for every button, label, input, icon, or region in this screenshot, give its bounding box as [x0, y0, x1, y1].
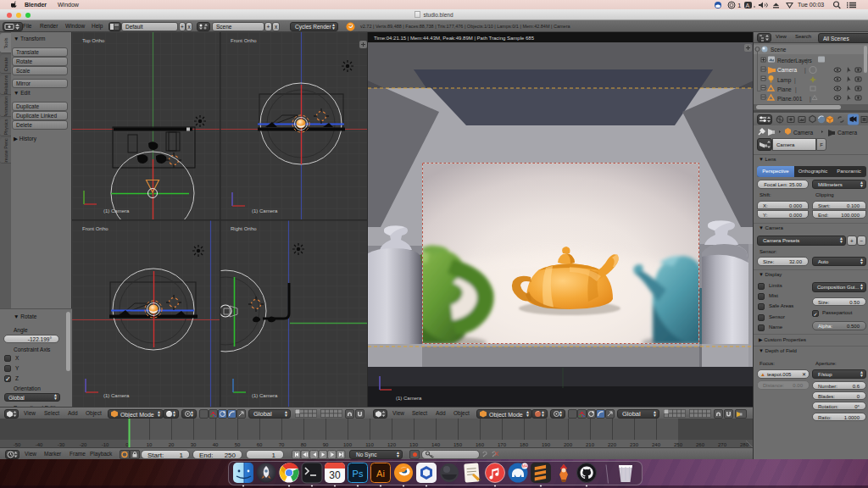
svg-text:90: 90	[323, 442, 329, 447]
svg-text:Ai: Ai	[376, 469, 385, 479]
svg-text:Lamp: Lamp	[777, 77, 792, 84]
svg-text:Top Ortho: Top Ortho	[82, 38, 105, 43]
svg-text:40: 40	[213, 442, 219, 447]
svg-text:30: 30	[329, 469, 341, 481]
svg-text:-50: -50	[14, 442, 21, 447]
svg-text:Plane: Plane	[777, 86, 792, 92]
svg-text:10: 10	[147, 442, 153, 447]
svg-text:Plane.001: Plane.001	[777, 96, 803, 102]
svg-text:180: 180	[520, 442, 529, 447]
svg-text:210: 210	[586, 442, 595, 447]
svg-text:50: 50	[235, 442, 241, 447]
svg-text:200: 200	[564, 442, 573, 447]
svg-text:100: 100	[343, 442, 353, 447]
svg-text:Front Ortho: Front Ortho	[231, 38, 257, 43]
svg-text:160: 160	[476, 442, 485, 447]
svg-text:220: 220	[608, 442, 617, 447]
svg-text:230: 230	[630, 442, 639, 447]
svg-text:A: A	[746, 3, 750, 8]
svg-text:(1) Camera: (1) Camera	[252, 393, 278, 398]
svg-text:-10: -10	[102, 442, 109, 447]
svg-text:Camera: Camera	[837, 130, 858, 136]
svg-text:Ps: Ps	[353, 469, 364, 479]
svg-text:1: 1	[737, 2, 742, 9]
svg-text:Camera: Camera	[777, 67, 798, 73]
svg-text:Camera: Camera	[793, 130, 814, 136]
svg-text:130: 130	[409, 442, 419, 447]
svg-text:20: 20	[169, 442, 175, 447]
svg-text:270: 270	[718, 442, 727, 447]
svg-text:-20: -20	[80, 442, 87, 447]
svg-text:-40: -40	[36, 442, 43, 447]
svg-text:(1) Camera: (1) Camera	[103, 393, 130, 398]
svg-text:Time:04:21.15 | Mem:44.43M, Pe: Time:04:21.15 | Mem:44.43M, Peak:49.89M …	[374, 36, 535, 41]
svg-text:(1) Camera: (1) Camera	[103, 208, 130, 214]
svg-text:Front Ortho: Front Ortho	[82, 226, 108, 231]
svg-text:|: |	[794, 77, 796, 84]
svg-text:-30: -30	[58, 442, 65, 447]
svg-text:Right Ortho: Right Ortho	[231, 226, 257, 231]
svg-text:|: |	[804, 67, 806, 74]
svg-text:|: |	[795, 86, 797, 93]
svg-text:70: 70	[279, 442, 285, 447]
svg-text:|: |	[810, 96, 811, 103]
svg-text:(1) Camera: (1) Camera	[396, 396, 422, 401]
svg-text:30: 30	[191, 442, 197, 447]
svg-text:250: 250	[674, 442, 683, 447]
svg-text:60: 60	[257, 442, 263, 447]
svg-text:110: 110	[365, 442, 374, 447]
svg-text:|: |	[806, 58, 808, 64]
svg-text:(1) Camera: (1) Camera	[252, 208, 278, 214]
svg-text:Scene: Scene	[771, 47, 787, 53]
svg-text:150: 150	[453, 442, 463, 447]
svg-text:MA: MA	[522, 464, 528, 469]
svg-text:140: 140	[431, 442, 441, 447]
svg-text:170: 170	[498, 442, 507, 447]
svg-text:240: 240	[652, 442, 661, 447]
svg-text:190: 190	[542, 442, 551, 447]
svg-text:80: 80	[301, 442, 307, 447]
svg-text:260: 260	[696, 442, 705, 447]
svg-text:120: 120	[387, 442, 397, 447]
